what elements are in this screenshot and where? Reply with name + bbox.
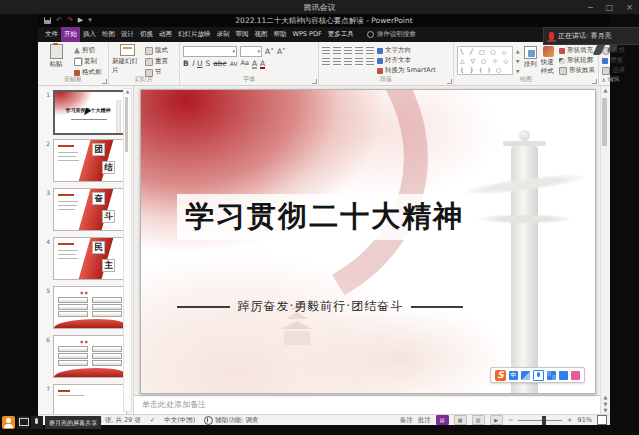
text-highlight-button[interactable]: A bbox=[252, 60, 257, 68]
tab-view[interactable]: 视图 bbox=[252, 27, 271, 42]
tab-slideshow[interactable]: 幻灯片放映 bbox=[175, 27, 214, 42]
shrink-font-button[interactable]: A˅ bbox=[277, 47, 286, 56]
ime-skin-icon[interactable] bbox=[571, 371, 580, 380]
thumbnail-slide-4[interactable]: 民 主 bbox=[53, 237, 127, 280]
zoom-out-button[interactable]: − bbox=[508, 416, 513, 424]
select-button[interactable]: 选择 bbox=[602, 66, 625, 75]
tab-animations[interactable]: 动画 bbox=[156, 27, 175, 42]
fit-slide-to-window-button[interactable] bbox=[597, 415, 607, 425]
tab-file[interactable]: 文件 bbox=[42, 27, 61, 42]
tab-record[interactable]: 录制 bbox=[214, 27, 233, 42]
vertical-scrollbar[interactable]: ▲ ▲ ▼ ▼ bbox=[600, 86, 610, 414]
share-mic-icon[interactable] bbox=[31, 416, 43, 429]
ime-toolbox-icon[interactable] bbox=[559, 371, 568, 380]
zoom-level[interactable]: 91% bbox=[578, 416, 592, 424]
tell-me-search[interactable]: 操作说明搜索 bbox=[367, 30, 416, 39]
slide-sorter-view-button[interactable]: ▦ bbox=[454, 415, 467, 425]
shape-fill-button[interactable]: 形状填充 bbox=[559, 46, 595, 55]
language-status[interactable]: 中文(中国) bbox=[164, 416, 195, 425]
arrange-button[interactable]: 排列 bbox=[523, 44, 538, 77]
undo-icon[interactable]: ↶ bbox=[56, 14, 62, 27]
underline-button[interactable]: U bbox=[197, 59, 203, 68]
quick-styles-button[interactable]: 快速样式 bbox=[541, 44, 556, 77]
accessibility-status[interactable]: 辅助功能: 调查 bbox=[204, 416, 258, 425]
clipboard-dialog-launcher[interactable] bbox=[102, 79, 107, 84]
thumbnail-slide-1[interactable]: 学习贯彻二十大精神 bbox=[53, 90, 129, 135]
redo-icon[interactable]: ↷ bbox=[67, 14, 73, 27]
shapes-gallery[interactable]: ╲ ╱ □ ○ ◇ △ ▽ ○ ☆ ◇ { } ( ) ○ bbox=[457, 46, 513, 75]
spellcheck-icon[interactable]: ✓ bbox=[150, 416, 155, 424]
decrease-indent-icon[interactable] bbox=[344, 47, 352, 55]
tab-home[interactable]: 开始 bbox=[61, 27, 80, 42]
text-shadow-button[interactable]: S bbox=[205, 59, 210, 68]
layout-button[interactable]: 版式 bbox=[145, 46, 168, 55]
tab-insert[interactable]: 插入 bbox=[80, 27, 99, 42]
meeting-maximize-button[interactable]: □ bbox=[606, 3, 614, 12]
font-name-combobox[interactable] bbox=[183, 46, 237, 57]
sogou-logo-icon[interactable]: S bbox=[495, 370, 506, 381]
comments-toggle-button[interactable]: 批注 bbox=[418, 416, 431, 425]
reset-button[interactable]: 重置 bbox=[145, 57, 168, 66]
ime-pen-icon[interactable] bbox=[521, 371, 530, 380]
columns-icon[interactable] bbox=[366, 58, 374, 66]
align-right-icon[interactable] bbox=[344, 58, 352, 66]
increase-indent-icon[interactable] bbox=[355, 47, 363, 55]
font-size-combobox[interactable] bbox=[240, 46, 262, 57]
tab-draw[interactable]: 绘图 bbox=[99, 27, 118, 42]
start-presentation-icon[interactable]: ▶ bbox=[78, 14, 83, 27]
font-color-button[interactable]: A bbox=[260, 60, 265, 68]
scroll-up-icon[interactable]: ▲ bbox=[124, 89, 131, 94]
thumbnail-slide-5[interactable]: ◉◉ bbox=[53, 286, 127, 329]
tab-design[interactable]: 设计 bbox=[118, 27, 137, 42]
align-left-icon[interactable] bbox=[322, 58, 330, 66]
notes-pane[interactable]: 单击此处添加备注 bbox=[134, 395, 600, 414]
ime-keyboard-icon[interactable] bbox=[547, 371, 556, 380]
align-text-button[interactable]: 对齐文本 bbox=[377, 56, 436, 65]
presenter-avatar-icon[interactable] bbox=[2, 416, 15, 429]
zoom-in-button[interactable]: + bbox=[567, 416, 572, 424]
change-case-button[interactable]: Aa bbox=[241, 59, 249, 68]
replace-button[interactable]: 替换 bbox=[602, 56, 625, 65]
thumbnail-scrollbar[interactable]: ▲ bbox=[123, 88, 132, 412]
italic-button[interactable]: I bbox=[192, 59, 194, 68]
strikethrough-button[interactable]: abc bbox=[213, 59, 226, 68]
grow-font-button[interactable]: A˄ bbox=[265, 47, 274, 56]
scroll-down-icon[interactable]: ▼ bbox=[601, 407, 610, 413]
notes-toggle-button[interactable]: 备注 bbox=[400, 416, 413, 425]
screen-share-icon[interactable] bbox=[17, 416, 29, 429]
bullets-icon[interactable] bbox=[322, 47, 330, 55]
new-slide-button[interactable]: 新建幻灯片 bbox=[112, 44, 142, 77]
slide-canvas[interactable]: 学习贯彻二十大精神 踔厉奋发·勇毅前行·团结奋斗 S 中 bbox=[140, 89, 596, 394]
normal-view-button[interactable]: ▤ bbox=[436, 415, 449, 425]
slideshow-button[interactable]: ▶ bbox=[490, 415, 503, 425]
justify-icon[interactable] bbox=[355, 58, 363, 66]
tab-review[interactable]: 审阅 bbox=[233, 27, 252, 42]
thumbnail-slide-2[interactable]: 团 结 bbox=[53, 139, 127, 182]
thumbnail-slide-7[interactable] bbox=[53, 384, 127, 414]
character-spacing-button[interactable]: AV bbox=[230, 59, 238, 68]
save-icon[interactable] bbox=[44, 17, 51, 24]
reading-view-button[interactable]: ▥ bbox=[472, 415, 485, 425]
shape-effects-button[interactable]: 形状效果 bbox=[559, 66, 595, 75]
convert-smartart-button[interactable]: 转换为 SmartArt bbox=[377, 66, 436, 75]
bold-button[interactable]: B bbox=[183, 59, 189, 68]
customize-qat-icon[interactable]: ▾ bbox=[88, 14, 92, 27]
collapse-ribbon-button[interactable]: ∧ bbox=[602, 76, 606, 83]
input-method-toolbar[interactable]: S 中 bbox=[490, 367, 585, 383]
copy-button[interactable]: 复制 bbox=[74, 57, 102, 66]
paragraph-dialog-launcher[interactable] bbox=[447, 79, 452, 84]
tab-more-tools[interactable]: 更多工具 bbox=[325, 27, 357, 42]
tab-transitions[interactable]: 切换 bbox=[137, 27, 156, 42]
slide-title-box[interactable]: 学习贯彻二十大精神 bbox=[177, 194, 463, 240]
cut-button[interactable]: 剪切 bbox=[74, 46, 102, 55]
meeting-close-button[interactable]: × bbox=[626, 3, 633, 12]
text-direction-button[interactable]: 文字方向 bbox=[377, 46, 436, 55]
ime-language-icon[interactable]: 中 bbox=[509, 371, 518, 380]
drawing-dialog-launcher[interactable] bbox=[592, 79, 597, 84]
shape-outline-button[interactable]: 形状轮廓 bbox=[559, 56, 595, 65]
tab-wps-pdf[interactable]: WPS PDF bbox=[290, 27, 325, 42]
align-center-icon[interactable] bbox=[333, 58, 341, 66]
numbering-icon[interactable] bbox=[333, 47, 341, 55]
thumbnail-slide-6[interactable]: ◉◉ bbox=[53, 335, 127, 378]
line-spacing-icon[interactable] bbox=[366, 47, 374, 55]
